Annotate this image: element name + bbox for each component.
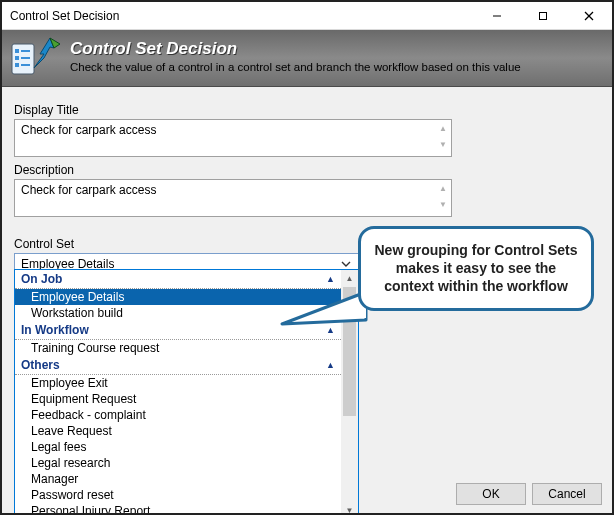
window-title: Control Set Decision — [2, 9, 474, 23]
cancel-button[interactable]: Cancel — [532, 483, 602, 505]
dropdown-group-header[interactable]: On Job▲ — [15, 270, 341, 289]
svg-rect-1 — [540, 12, 547, 19]
description-label: Description — [14, 163, 600, 177]
scroll-up-button[interactable]: ▲ — [341, 270, 358, 287]
close-button[interactable] — [566, 2, 612, 30]
banner-subtitle: Check the value of a control in a contro… — [70, 61, 604, 73]
group-header-label: On Job — [21, 272, 62, 286]
description-field[interactable]: Check for carpark access ▲ ▼ — [14, 179, 452, 217]
dropdown-group-header[interactable]: Others▲ — [15, 356, 341, 375]
banner-text: Control Set Decision Check the value of … — [70, 39, 604, 73]
callout-tail — [280, 288, 370, 328]
scrollbar-stub: ▲ ▼ — [435, 120, 451, 152]
chevron-up-icon: ▲ — [326, 274, 335, 284]
scroll-down-icon: ▼ — [435, 196, 451, 212]
display-title-field[interactable]: Check for carpark access ▲ ▼ — [14, 119, 452, 157]
callout-bubble: New grouping for Control Sets makes it e… — [358, 226, 594, 311]
description-value: Check for carpark access — [15, 180, 435, 200]
dialog-window: Control Set Decision Co — [2, 2, 612, 513]
dialog-footer: OK Cancel — [456, 483, 602, 505]
banner: Control Set Decision Check the value of … — [2, 30, 612, 87]
dropdown-item[interactable]: Training Course request — [15, 340, 341, 356]
scroll-down-button[interactable]: ▼ — [341, 502, 358, 513]
maximize-button[interactable] — [520, 2, 566, 30]
dropdown-item[interactable]: Personal Injury Report — [15, 503, 341, 513]
titlebar: Control Set Decision — [2, 2, 612, 30]
scroll-down-icon: ▼ — [435, 136, 451, 152]
ok-button[interactable]: OK — [456, 483, 526, 505]
group-header-label: Others — [21, 358, 60, 372]
scroll-up-icon: ▲ — [435, 120, 451, 136]
decision-icon — [10, 34, 62, 78]
callout-text: New grouping for Control Sets makes it e… — [373, 241, 579, 296]
svg-rect-7 — [15, 63, 19, 67]
scroll-up-icon: ▲ — [435, 180, 451, 196]
display-title-label: Display Title — [14, 103, 600, 117]
dropdown-item[interactable]: Employee Exit — [15, 375, 341, 391]
minimize-button[interactable] — [474, 2, 520, 30]
svg-rect-6 — [15, 56, 19, 60]
dropdown-item[interactable]: Manager — [15, 471, 341, 487]
banner-title: Control Set Decision — [70, 39, 604, 59]
scrollbar-stub: ▲ ▼ — [435, 180, 451, 212]
display-title-value: Check for carpark access — [15, 120, 435, 140]
group-header-label: In Workflow — [21, 323, 89, 337]
svg-rect-5 — [15, 49, 19, 53]
dropdown-item[interactable]: Legal research — [15, 455, 341, 471]
chevron-up-icon: ▲ — [326, 360, 335, 370]
dropdown-item[interactable]: Legal fees — [15, 439, 341, 455]
dropdown-item[interactable]: Equipment Request — [15, 391, 341, 407]
dropdown-item[interactable]: Leave Request — [15, 423, 341, 439]
dropdown-item[interactable]: Feedback - complaint — [15, 407, 341, 423]
dropdown-item[interactable]: Password reset — [15, 487, 341, 503]
